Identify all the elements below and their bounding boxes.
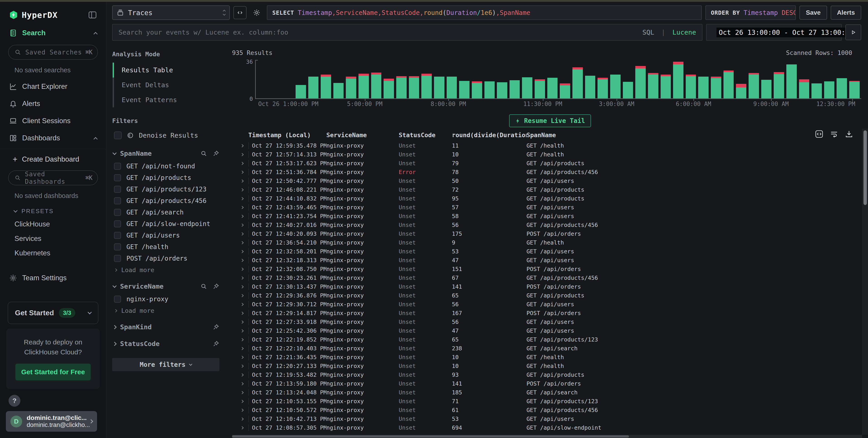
filter-item[interactable]: nginx-proxy (112, 293, 219, 305)
row-expand-chevron-icon[interactable] (236, 277, 248, 279)
table-row[interactable]: Oct 27 12:57:14.313 PMnginx-proxyUnset10… (232, 150, 868, 159)
histogram-bar[interactable] (321, 61, 331, 98)
row-expand-chevron-icon[interactable] (236, 224, 248, 226)
table-row[interactable]: Oct 27 12:13:24.048 PMnginx-proxyUnset18… (232, 388, 868, 397)
vertical-scrollbar-thumb[interactable] (864, 130, 867, 205)
sidebar-preset-kubernetes[interactable]: Kubernetes (0, 246, 106, 260)
table-row[interactable]: Oct 27 12:43:59.465 PMnginx-proxyUnset57… (232, 203, 868, 212)
table-row[interactable]: Oct 27 12:06:27.284 PMnginx-proxyUnset15… (232, 432, 868, 434)
histogram-bar[interactable] (522, 61, 532, 98)
user-menu[interactable]: D dominic.tran@clic... dominic.tran@clic… (6, 411, 97, 432)
histogram-bar[interactable] (359, 61, 369, 98)
row-expand-chevron-icon[interactable] (236, 312, 248, 314)
row-expand-chevron-icon[interactable] (236, 330, 248, 332)
sidebar-item-search[interactable]: Search (0, 25, 106, 42)
histogram-bar[interactable] (535, 61, 545, 98)
table-row[interactable]: Oct 27 12:27:33.918 PMnginx-proxyUnset56… (232, 317, 868, 326)
select-clause-input[interactable]: SELECT Timestamp,ServiceName,StatusCode,… (267, 5, 702, 20)
pin-icon[interactable] (213, 283, 219, 290)
filter-checkbox[interactable] (114, 197, 121, 204)
denoise-results-toggle[interactable]: Denoise Results (112, 129, 219, 141)
column-header-duration[interactable]: round(divide(Duration, (452, 132, 527, 139)
more-filters-button[interactable]: More filters (112, 358, 219, 371)
histogram-bar[interactable] (736, 61, 746, 98)
histogram-bar[interactable] (333, 61, 344, 98)
histogram-bar[interactable] (296, 61, 306, 98)
table-row[interactable]: Oct 27 12:53:17.623 PMnginx-proxyUnset79… (232, 159, 868, 168)
row-expand-chevron-icon[interactable] (236, 154, 248, 156)
row-expand-chevron-icon[interactable] (236, 418, 248, 420)
spanname-load-more[interactable]: Load more (112, 264, 219, 273)
histogram-bar[interactable] (396, 61, 407, 98)
filter-item[interactable]: GET /api/not-found (112, 161, 219, 172)
row-expand-chevron-icon[interactable] (236, 250, 248, 253)
histogram-bar[interactable] (761, 61, 772, 98)
table-row[interactable]: Oct 27 12:44:10.832 PMnginx-proxyUnset95… (232, 194, 868, 203)
row-expand-chevron-icon[interactable] (236, 206, 248, 209)
denoise-checkbox[interactable] (114, 132, 122, 139)
row-expand-chevron-icon[interactable] (236, 409, 248, 411)
table-row[interactable]: Oct 27 12:22:10.403 PMnginx-proxyUnset23… (232, 344, 868, 353)
table-row[interactable]: Oct 27 12:13:59.180 PMnginx-proxyUnset14… (232, 379, 868, 388)
table-row[interactable]: Oct 27 12:29:36.876 PMnginx-proxyUnset65… (232, 291, 868, 300)
row-expand-chevron-icon[interactable] (236, 303, 248, 306)
histogram-bar[interactable] (597, 61, 608, 98)
filter-checkbox[interactable] (114, 255, 121, 262)
filter-group-servicename[interactable]: ServiceName (112, 282, 219, 290)
filter-item[interactable]: GET /health (112, 241, 219, 253)
saved-dashboards-input[interactable]: Saved Dashboards ⌘K (8, 170, 98, 185)
row-expand-chevron-icon[interactable] (236, 162, 248, 165)
row-expand-chevron-icon[interactable] (236, 189, 248, 191)
histogram-bar[interactable] (485, 61, 495, 98)
source-settings-button[interactable] (250, 6, 263, 19)
event-search-input[interactable]: Search your events w/ Lucene ex. column:… (112, 24, 703, 41)
histogram-bar[interactable] (711, 61, 721, 98)
search-icon[interactable] (200, 150, 207, 157)
histogram-bar[interactable] (383, 61, 394, 98)
run-query-button[interactable] (845, 25, 861, 40)
edit-sql-button[interactable] (234, 6, 247, 19)
table-row[interactable]: Oct 27 12:29:30.712 PMnginx-proxyUnset56… (232, 300, 868, 309)
histogram-bar[interactable] (698, 61, 709, 98)
filter-checkbox[interactable] (114, 243, 121, 250)
histogram-bar[interactable] (560, 61, 570, 98)
row-expand-chevron-icon[interactable] (236, 347, 248, 350)
filter-item[interactable]: GET /api/products/123 (112, 183, 219, 195)
filter-checkbox[interactable] (114, 296, 121, 303)
histogram-bar[interactable] (786, 61, 797, 98)
table-row[interactable]: Oct 27 12:40:27.016 PMnginx-proxyUnset56… (232, 221, 868, 229)
table-row[interactable]: Oct 27 12:22:19.852 PMnginx-proxyUnset65… (232, 335, 868, 344)
histogram-bar[interactable] (346, 61, 356, 98)
histogram-bar[interactable] (447, 61, 457, 98)
table-row[interactable]: Oct 27 12:10:42.713 PMnginx-proxyUnset53… (232, 414, 868, 423)
row-expand-chevron-icon[interactable] (236, 427, 248, 429)
histogram-bar[interactable] (459, 61, 469, 98)
histogram-bar[interactable] (749, 61, 759, 98)
search-icon[interactable] (200, 283, 207, 290)
sidebar-preset-clickhouse[interactable]: ClickHouse (0, 217, 106, 231)
resume-live-tail-button[interactable]: Resume Live Tail (509, 114, 591, 127)
histogram-bar[interactable] (661, 61, 671, 98)
histogram-bar[interactable] (774, 61, 784, 98)
source-select[interactable]: Traces (112, 5, 230, 20)
table-row[interactable]: Oct 27 12:46:08.221 PMnginx-proxyUnset72… (232, 185, 868, 194)
filter-group-statuscode[interactable]: StatusCode (112, 340, 219, 347)
sidebar-item-chart-explorer[interactable]: Chart Explorer (0, 78, 106, 95)
view-source-button[interactable] (815, 130, 824, 139)
table-row[interactable]: Oct 27 12:10:50.572 PMnginx-proxyUnset61… (232, 406, 868, 414)
row-expand-chevron-icon[interactable] (236, 198, 248, 200)
filter-checkbox[interactable] (114, 186, 121, 193)
get-started-free-button[interactable]: Get Started for Free (16, 364, 91, 380)
analysis-mode-option[interactable]: Event Deltas (112, 77, 219, 93)
histogram-bar[interactable] (849, 61, 860, 98)
histogram-bar[interactable] (421, 61, 432, 98)
table-row[interactable]: Oct 27 12:36:54.210 PMnginx-proxyUnset9G… (232, 238, 868, 247)
table-row[interactable]: Oct 27 12:20:27.133 PMnginx-proxyUnset10… (232, 362, 868, 370)
vertical-scrollbar[interactable] (862, 129, 868, 435)
table-row[interactable]: Oct 27 12:19:53.482 PMnginx-proxyUnset93… (232, 370, 868, 379)
histogram-bar[interactable] (824, 61, 835, 98)
table-row[interactable]: Oct 27 12:10:53.155 PMnginx-proxyUnset71… (232, 397, 868, 406)
row-expand-chevron-icon[interactable] (236, 268, 248, 270)
row-expand-chevron-icon[interactable] (236, 365, 248, 367)
sidebar-collapse-icon[interactable] (88, 10, 97, 20)
